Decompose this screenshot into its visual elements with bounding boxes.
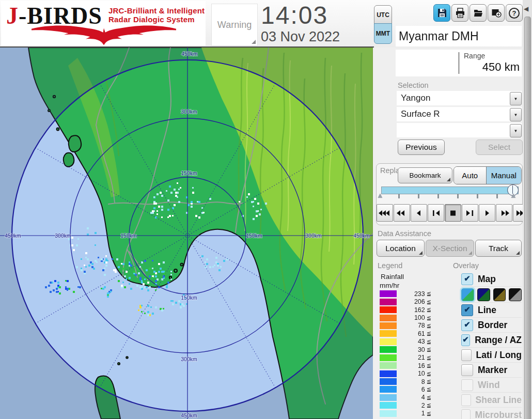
map-checkbox[interactable]: ✔ — [461, 273, 473, 285]
panel-collapse-bar[interactable] — [524, 17, 531, 419]
lte-sign: ≦ — [427, 315, 431, 321]
playback-play-reverse[interactable] — [411, 204, 427, 222]
legend-value: 16 — [397, 362, 425, 369]
rain-color-swatch — [380, 394, 397, 401]
ring-label: 450km — [181, 51, 198, 57]
track-label: Track — [489, 244, 508, 253]
track-button[interactable]: Track — [475, 240, 522, 257]
lte-sign: ≦ — [427, 346, 431, 353]
manual-button[interactable]: Manual — [486, 167, 521, 184]
x-section-button[interactable]: X-Section — [426, 240, 474, 257]
mmt-button[interactable]: MMT — [374, 23, 392, 44]
map-style-option-4[interactable] — [509, 288, 522, 301]
legend-value: 4 — [397, 394, 425, 401]
lati-long-checkbox[interactable] — [461, 349, 472, 361]
station-title-box: Myanmar DMH — [396, 26, 522, 46]
legend-entry: 6≦ — [380, 385, 431, 393]
playback-fast-forward[interactable] — [496, 204, 512, 222]
rew3-icon — [377, 209, 393, 217]
overlay-row-shear-line: Shear Line — [461, 393, 522, 408]
range-az-label: Range / AZ — [475, 335, 522, 346]
logo-subtitle: JRC-Brilliant & Intelligent Radar Dialog… — [108, 6, 205, 24]
product-dropdown[interactable]: Surface R — [397, 107, 522, 121]
rew2-icon — [394, 209, 410, 217]
line-label: Line — [478, 305, 496, 316]
bookmark-button[interactable]: Bookmark — [398, 167, 452, 183]
site-dropdown[interactable]: Yangon — [397, 91, 522, 105]
rain-color-swatch — [380, 362, 397, 369]
collapse-left-icon[interactable]: ◀ — [524, 5, 528, 12]
radar-map[interactable]: 450km 300km 150km 150km 300km 450km 450k… — [0, 48, 373, 419]
legend-value: 1 — [397, 410, 425, 417]
legend-value: 2 — [397, 402, 425, 409]
map-style-picker — [461, 287, 522, 303]
rain-color-swatch — [380, 370, 397, 377]
playback-play[interactable] — [479, 204, 495, 222]
rew1-icon — [411, 209, 427, 217]
legend-scale: 233≦206≦162≦100≦78≦61≦43≦30≦21≦16≦10≦8≦6… — [380, 290, 431, 417]
chevron-down-icon: ▼ — [514, 129, 518, 133]
location-button[interactable]: Location — [377, 240, 425, 257]
legend-entry: 162≦ — [380, 306, 431, 314]
ring-label: 450km — [353, 232, 370, 239]
legend-unit-mmhr: mm/hr — [380, 282, 399, 289]
map-label: Map — [478, 274, 496, 285]
replay-timeline-slider[interactable] — [381, 187, 519, 194]
warning-button[interactable]: Warning — [211, 4, 258, 46]
border-checkbox[interactable]: ✔ — [461, 319, 473, 331]
print-icon — [455, 8, 465, 18]
line-checkbox[interactable]: ✔ — [461, 304, 473, 316]
select-button[interactable]: Select — [476, 139, 523, 155]
shear-line-checkbox — [461, 394, 471, 406]
slider-start-marker[interactable]: ▲ — [377, 191, 384, 199]
check-icon: ✔ — [464, 274, 471, 283]
location-label: Location — [385, 244, 416, 253]
microburst-checkbox — [461, 409, 471, 419]
legend-value: 100 — [397, 314, 425, 321]
site-dropdown-arrow[interactable]: ▼ — [510, 92, 522, 105]
previous-label: Previous — [405, 143, 436, 152]
select-label: Select — [488, 143, 510, 152]
legend-unit-rainfall: Rainfall — [381, 273, 404, 281]
playback-step-forward[interactable] — [462, 204, 478, 222]
stop-icon — [445, 209, 461, 217]
range-az-checkbox[interactable]: ✔ — [461, 334, 470, 346]
open-folder-button[interactable] — [470, 4, 487, 22]
slider-tick — [457, 194, 459, 198]
playback-fast-rewind[interactable] — [394, 204, 410, 222]
playback-step-back[interactable] — [428, 204, 444, 222]
lte-sign: ≦ — [427, 322, 431, 329]
previous-button[interactable]: Previous — [398, 139, 445, 155]
legend-value: 10 — [397, 370, 425, 377]
rain-color-swatch — [380, 338, 397, 345]
map-style-option-1[interactable] — [461, 288, 474, 301]
slider-end-marker[interactable]: ▲ — [510, 191, 517, 199]
add-image-button[interactable] — [488, 4, 505, 22]
map-style-option-3[interactable] — [493, 288, 506, 301]
product-dropdown-arrow[interactable]: ▼ — [510, 108, 522, 121]
check-icon: ✔ — [462, 335, 469, 344]
overlay-row-lati-long: Lati / Long — [461, 348, 522, 363]
rain-color-swatch — [380, 410, 397, 417]
marker-checkbox[interactable] — [461, 364, 473, 376]
auto-manual-toggle: Auto Manual — [453, 166, 522, 184]
rain-color-swatch — [380, 378, 397, 385]
utc-button[interactable]: UTC — [374, 5, 392, 24]
playback-jump-start[interactable] — [377, 204, 393, 222]
help-button[interactable]: ? — [506, 4, 523, 22]
lte-sign: ≦ — [427, 330, 431, 337]
playback-stop[interactable] — [445, 204, 461, 222]
stepfwd-icon — [462, 209, 478, 217]
map-style-option-2[interactable] — [477, 288, 490, 301]
option-dropdown[interactable] — [397, 123, 522, 137]
ring-label: 300km — [55, 232, 71, 239]
auto-button[interactable]: Auto — [454, 167, 486, 184]
marker-label: Marker — [478, 365, 507, 376]
option-dropdown-arrow[interactable]: ▼ — [510, 124, 522, 137]
save-button[interactable] — [433, 4, 450, 22]
print-button[interactable] — [451, 4, 468, 22]
legend-entry: 78≦ — [380, 322, 431, 330]
rain-color-swatch — [380, 386, 397, 393]
data-assistance-label: Data Assistance — [378, 229, 431, 238]
shear-line-label: Shear Line — [476, 395, 522, 406]
